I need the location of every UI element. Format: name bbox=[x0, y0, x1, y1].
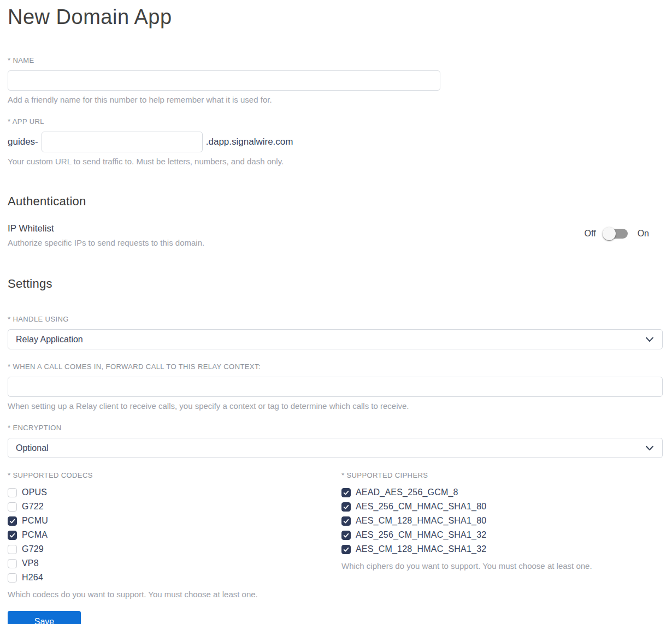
checkbox-icon[interactable] bbox=[341, 516, 351, 526]
checkbox-label: PCMU bbox=[22, 516, 48, 526]
cipher-checkbox-aes-256-cm-hmac-sha1-32[interactable]: AES_256_CM_HMAC_SHA1_32 bbox=[341, 528, 663, 542]
checkbox-label: PCMA bbox=[22, 530, 48, 540]
checkbox-label: G729 bbox=[22, 544, 44, 554]
authentication-heading: Authentication bbox=[8, 194, 663, 209]
checkbox-icon[interactable] bbox=[8, 502, 17, 512]
encryption-label: * ENCRYPTION bbox=[8, 424, 663, 432]
checkbox-icon[interactable] bbox=[8, 516, 17, 526]
handle-using-select[interactable]: Relay Application bbox=[8, 329, 663, 349]
cipher-checkbox-aes-cm-128-hmac-sha1-80[interactable]: AES_CM_128_HMAC_SHA1_80 bbox=[341, 514, 663, 528]
relay-context-helper-text: When setting up a Relay client to receiv… bbox=[8, 401, 663, 411]
checkbox-label: AES_CM_128_HMAC_SHA1_32 bbox=[356, 544, 486, 554]
ip-whitelist-toggle-group: Off On bbox=[585, 229, 663, 239]
app-url-suffix: .dapp.signalwire.com bbox=[206, 136, 293, 147]
ip-whitelist-helper-text: Authorize specific IPs to send requests … bbox=[8, 238, 204, 247]
codec-checkbox-vp8[interactable]: VP8 bbox=[8, 556, 341, 570]
checkbox-icon[interactable] bbox=[8, 531, 17, 540]
codecs-helper-text: Which codecs do you want to support. You… bbox=[8, 590, 341, 599]
relay-context-input[interactable] bbox=[8, 377, 663, 397]
cipher-checkbox-aes-cm-128-hmac-sha1-32[interactable]: AES_CM_128_HMAC_SHA1_32 bbox=[341, 542, 663, 556]
checkbox-label: H264 bbox=[22, 573, 43, 583]
handle-using-label: * HANDLE USING bbox=[8, 315, 663, 323]
checkbox-label: AEAD_AES_256_GCM_8 bbox=[356, 488, 458, 497]
checkbox-label: AES_CM_128_HMAC_SHA1_80 bbox=[356, 516, 486, 526]
checkbox-icon[interactable] bbox=[8, 545, 17, 554]
encryption-select[interactable]: Optional bbox=[8, 438, 663, 458]
cipher-checkbox-aead-aes-256-gcm-8[interactable]: AEAD_AES_256_GCM_8 bbox=[341, 485, 663, 500]
ip-whitelist-row: IP Whitelist Authorize specific IPs to s… bbox=[8, 223, 663, 247]
checkbox-icon[interactable] bbox=[341, 502, 351, 512]
app-url-prefix: guides- bbox=[8, 136, 38, 147]
chevron-down-icon bbox=[646, 445, 653, 450]
handle-using-selected-value: Relay Application bbox=[16, 335, 83, 344]
checkbox-icon[interactable] bbox=[341, 488, 351, 497]
checkbox-icon[interactable] bbox=[8, 559, 17, 568]
toggle-off-label: Off bbox=[585, 229, 596, 239]
handle-using-field-group: * HANDLE USING Relay Application bbox=[8, 315, 663, 349]
toggle-on-label: On bbox=[638, 229, 649, 239]
ciphers-checkbox-list: AEAD_AES_256_GCM_8 AES_256_CM_HMAC_SHA1_… bbox=[341, 485, 663, 556]
checkbox-label: OPUS bbox=[22, 488, 47, 497]
checkbox-icon[interactable] bbox=[341, 545, 351, 554]
codec-checkbox-h264[interactable]: H264 bbox=[8, 570, 341, 585]
supported-ciphers-group: * SUPPORTED CIPHERS AEAD_AES_256_GCM_8 A… bbox=[341, 471, 663, 599]
ip-whitelist-text: IP Whitelist Authorize specific IPs to s… bbox=[8, 223, 204, 247]
chevron-down-icon bbox=[646, 337, 653, 342]
toggle-knob-icon bbox=[603, 227, 616, 240]
name-input[interactable] bbox=[8, 70, 440, 91]
codec-checkbox-opus[interactable]: OPUS bbox=[8, 485, 341, 500]
app-url-helper-text: Your custom URL to send traffic to. Must… bbox=[8, 157, 663, 166]
supported-ciphers-label: * SUPPORTED CIPHERS bbox=[341, 471, 663, 479]
checkbox-label: G722 bbox=[22, 502, 44, 512]
name-label: * NAME bbox=[8, 56, 663, 64]
codec-checkbox-pcma[interactable]: PCMA bbox=[8, 528, 341, 542]
name-field-group: * NAME Add a friendly name for this numb… bbox=[8, 56, 663, 104]
new-domain-app-form: New Domain App * NAME Add a friendly nam… bbox=[0, 0, 672, 624]
ip-whitelist-label: IP Whitelist bbox=[8, 223, 204, 234]
relay-context-label: * WHEN A CALL COMES IN, FORWARD CALL TO … bbox=[8, 362, 663, 371]
codec-checkbox-g729[interactable]: G729 bbox=[8, 542, 341, 556]
app-url-input[interactable] bbox=[42, 132, 203, 152]
supported-codecs-group: * SUPPORTED CODECS OPUS G722 PCMU PCMA bbox=[8, 471, 341, 599]
ip-whitelist-toggle[interactable] bbox=[605, 229, 628, 239]
name-helper-text: Add a friendly name for this number to h… bbox=[8, 95, 663, 104]
app-url-label: * APP URL bbox=[8, 117, 663, 126]
codec-checkbox-pcmu[interactable]: PCMU bbox=[8, 514, 341, 528]
checkbox-label: AES_256_CM_HMAC_SHA1_80 bbox=[356, 502, 486, 512]
app-url-field-group: * APP URL guides- .dapp.signalwire.com Y… bbox=[8, 117, 663, 166]
supported-codecs-label: * SUPPORTED CODECS bbox=[8, 471, 341, 479]
checkbox-icon[interactable] bbox=[8, 573, 17, 583]
encryption-selected-value: Optional bbox=[16, 443, 49, 453]
checkbox-label: AES_256_CM_HMAC_SHA1_32 bbox=[356, 530, 486, 540]
checkbox-icon[interactable] bbox=[341, 531, 351, 540]
ciphers-helper-text: Which ciphers do you want to support. Yo… bbox=[341, 561, 663, 570]
encryption-field-group: * ENCRYPTION Optional bbox=[8, 424, 663, 458]
codec-checkbox-g722[interactable]: G722 bbox=[8, 500, 341, 514]
settings-heading: Settings bbox=[8, 277, 663, 291]
app-url-row: guides- .dapp.signalwire.com bbox=[8, 132, 663, 152]
page-title: New Domain App bbox=[8, 5, 663, 29]
cipher-checkbox-aes-256-cm-hmac-sha1-80[interactable]: AES_256_CM_HMAC_SHA1_80 bbox=[341, 500, 663, 514]
checkbox-icon[interactable] bbox=[8, 488, 17, 497]
codecs-checkbox-list: OPUS G722 PCMU PCMA G729 bbox=[8, 485, 341, 585]
checkbox-label: VP8 bbox=[22, 558, 39, 568]
relay-context-field-group: * WHEN A CALL COMES IN, FORWARD CALL TO … bbox=[8, 362, 663, 411]
save-button[interactable]: Save bbox=[8, 611, 81, 624]
codecs-ciphers-columns: * SUPPORTED CODECS OPUS G722 PCMU PCMA bbox=[8, 471, 663, 599]
